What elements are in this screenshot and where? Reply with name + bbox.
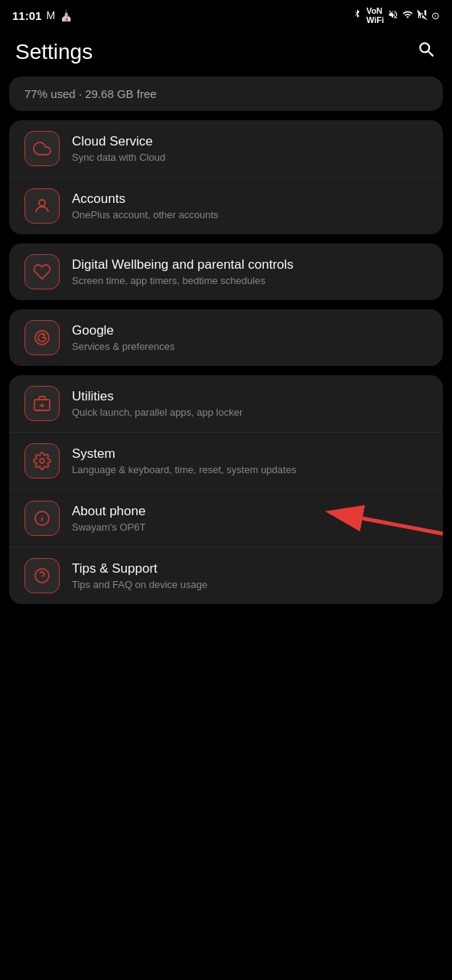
google-icon-wrap [24, 320, 60, 355]
tips-support-subtitle: Tips and FAQ on device usage [72, 579, 207, 590]
storage-text: 77% used · 29.68 GB free [24, 87, 157, 100]
gmail-icon: M [46, 9, 55, 21]
about-phone-title: About phone [72, 504, 145, 519]
cloud-accounts-card: Cloud Service Sync data with Cloud Accou… [9, 120, 443, 234]
wellbeing-text: Digital Wellbeing and parental controls … [72, 257, 294, 286]
accounts-subtitle: OnePlus account, other accounts [72, 209, 219, 220]
storage-card[interactable]: 77% used · 29.68 GB free [9, 77, 443, 111]
accounts-title: Accounts [72, 191, 219, 207]
system-title: System [72, 446, 296, 462]
google-title: Google [72, 323, 174, 338]
status-left: 11:01 M ⛪ [12, 9, 73, 22]
accounts-icon-wrap [24, 188, 60, 224]
wellbeing-subtitle: Screen time, app timers, bedtime schedul… [72, 275, 294, 286]
bluetooth-icon [352, 9, 363, 22]
tips-support-icon-wrap [24, 558, 60, 593]
cloud-service-title: Cloud Service [72, 134, 165, 149]
wifi-icon [402, 9, 413, 22]
cloud-service-item[interactable]: Cloud Service Sync data with Cloud [9, 120, 443, 178]
utilities-subtitle: Quick launch, parallel apps, app locker [72, 407, 242, 418]
cloud-service-subtitle: Sync data with Cloud [72, 152, 165, 163]
vowifi-icon: VoNWiFi [366, 6, 384, 24]
tips-support-title: Tips & Support [72, 561, 207, 577]
settings-content: 77% used · 29.68 GB free Cloud Service S… [0, 77, 452, 629]
photo-icon: ⛪ [60, 9, 73, 21]
accounts-item[interactable]: Accounts OnePlus account, other accounts [9, 178, 443, 234]
signal-icon [417, 9, 428, 22]
wellbeing-title: Digital Wellbeing and parental controls [72, 257, 294, 273]
dnd-icon: ⊙ [431, 10, 440, 21]
mute-icon [388, 9, 398, 22]
svg-point-0 [39, 200, 45, 206]
google-text: Google Services & preferences [72, 323, 174, 352]
about-phone-icon-wrap [24, 501, 60, 536]
about-phone-arrow [294, 495, 443, 541]
accounts-text: Accounts OnePlus account, other accounts [72, 191, 219, 220]
search-button[interactable] [417, 40, 437, 64]
wellbeing-item[interactable]: Digital Wellbeing and parental controls … [9, 243, 443, 300]
utilities-item[interactable]: Utilities Quick launch, parallel apps, a… [9, 375, 443, 433]
utilities-icon-wrap [24, 386, 60, 421]
page-title: Settings [15, 40, 93, 64]
system-subtitle: Language & keyboard, time, reset, system… [72, 464, 296, 475]
about-phone-subtitle: Swayam's OP6T [72, 521, 145, 533]
settings-header: Settings [0, 31, 452, 77]
status-time: 11:01 [12, 9, 41, 22]
google-card: Google Services & preferences [9, 309, 443, 366]
status-bar: 11:01 M ⛪ VoNWiFi ⊙ [0, 0, 452, 31]
system-item[interactable]: System Language & keyboard, time, reset,… [9, 433, 443, 490]
google-subtitle: Services & preferences [72, 341, 174, 352]
about-phone-text: About phone Swayam's OP6T [72, 504, 145, 533]
utilities-title: Utilities [72, 389, 242, 404]
status-right: VoNWiFi ⊙ [352, 6, 440, 24]
utilities-card: Utilities Quick launch, parallel apps, a… [9, 375, 443, 604]
google-item[interactable]: Google Services & preferences [9, 309, 443, 366]
wellbeing-icon-wrap [24, 254, 60, 289]
utilities-text: Utilities Quick launch, parallel apps, a… [72, 389, 242, 418]
svg-point-5 [40, 459, 44, 463]
system-icon-wrap [24, 443, 60, 479]
svg-point-11 [35, 569, 49, 583]
tips-support-item[interactable]: Tips & Support Tips and FAQ on device us… [9, 547, 443, 604]
about-phone-item[interactable]: About phone Swayam's OP6T [9, 490, 443, 547]
cloud-service-text: Cloud Service Sync data with Cloud [72, 134, 165, 163]
tips-support-text: Tips & Support Tips and FAQ on device us… [72, 561, 207, 590]
system-text: System Language & keyboard, time, reset,… [72, 446, 296, 475]
svg-line-10 [363, 518, 443, 534]
cloud-service-icon-wrap [24, 131, 60, 166]
